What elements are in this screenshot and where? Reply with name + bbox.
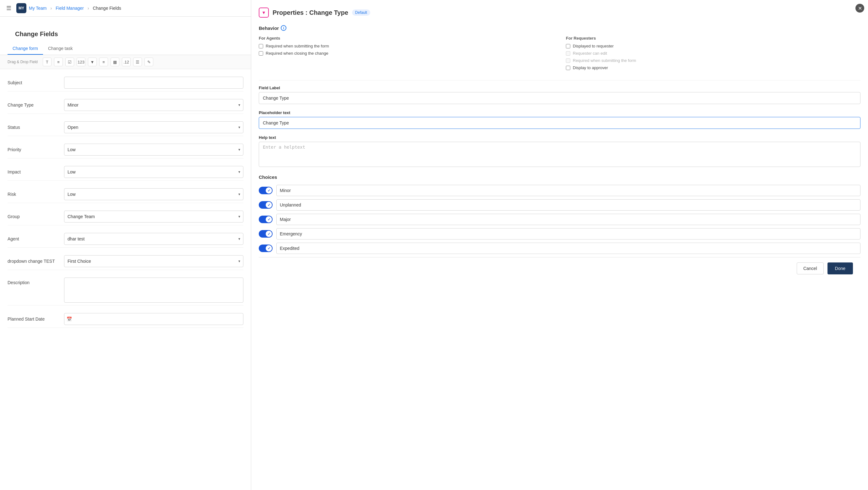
panel-field-icon: ▼ — [259, 7, 269, 18]
toolbar-grid-icon[interactable]: ▦ — [111, 58, 119, 66]
toggle-minor[interactable]: ✓ — [259, 187, 273, 194]
input-planned-start[interactable] — [64, 313, 243, 325]
placeholder-title: Placeholder text — [259, 110, 861, 115]
help-text-title: Help text — [259, 135, 861, 140]
choice-input-major[interactable] — [276, 214, 861, 225]
select-impact[interactable]: Low — [64, 166, 243, 178]
behavior-title: Behavior — [259, 25, 279, 31]
breadcrumb-team[interactable]: My Team — [29, 6, 47, 11]
form-row-planned-start: Planned Start Date 📅 — [7, 311, 243, 328]
toggle-unplanned[interactable]: ✓ — [259, 201, 273, 209]
toggle-knob-emergency: ✓ — [266, 231, 272, 237]
label-displayed: Displayed to requester — [573, 44, 614, 49]
close-button[interactable]: ✕ — [856, 4, 864, 12]
toolbar-align-icon[interactable]: ≡ — [54, 58, 63, 66]
placeholder-section: Placeholder text — [259, 110, 861, 129]
select-dropdown-test[interactable]: First Choice — [64, 255, 243, 267]
select-group[interactable]: Change Team — [64, 210, 243, 223]
label-planned-start: Planned Start Date — [7, 317, 64, 321]
select-priority[interactable]: Low — [64, 144, 243, 155]
help-text-section: Help text — [259, 135, 861, 168]
label-display-approver: Display to approver — [573, 65, 608, 70]
toggle-major[interactable]: ✓ — [259, 215, 273, 223]
toolbar-lines-icon[interactable]: ☰ — [133, 58, 142, 66]
checkbox-required-submit: Required when submitting the form — [259, 44, 553, 49]
checkbox-displayed-requester: Displayed to requester — [566, 44, 861, 49]
checkbox-display-approver-input[interactable] — [566, 66, 570, 70]
form-row-description: Description — [7, 275, 243, 306]
toolbar-edit-icon[interactable]: ✎ — [145, 58, 153, 66]
choices-title: Choices — [259, 174, 861, 180]
toggle-knob-minor: ✓ — [266, 187, 272, 194]
choice-row-emergency: ✓ — [259, 228, 861, 239]
choice-input-minor[interactable] — [276, 185, 861, 196]
label-required-close: Required when closing the change — [266, 51, 328, 56]
label-priority: Priority — [7, 147, 64, 152]
page-title: Change Fields — [7, 23, 243, 38]
toolbar-list-icon[interactable]: ≡ — [99, 58, 108, 66]
toolbar-text-icon[interactable]: T — [43, 58, 52, 66]
toggle-expedited[interactable]: ✓ — [259, 244, 273, 252]
checkbox-required-close: Required when closing the change — [259, 51, 553, 56]
done-button[interactable]: Done — [828, 262, 853, 275]
tab-change-form[interactable]: Change form — [7, 43, 43, 55]
label-agent: Agent — [7, 236, 64, 241]
toolbar-number-icon[interactable]: 123 — [76, 58, 85, 66]
form-row-group: Group Change Team ▾ — [7, 208, 243, 225]
team-avatar: MY — [16, 3, 26, 13]
form-row-status: Status Open ▾ — [7, 119, 243, 136]
select-status[interactable]: Open — [64, 121, 243, 133]
toolbar-check-icon[interactable]: ☑ — [65, 58, 74, 66]
choice-input-expedited[interactable] — [276, 243, 861, 254]
tab-change-task[interactable]: Change task — [43, 43, 78, 55]
label-required-submit-req: Required when submitting the form — [573, 58, 636, 63]
label-risk: Risk — [7, 192, 64, 197]
label-subject: Subject — [7, 80, 64, 85]
form-row-priority: Priority Low ▾ — [7, 141, 243, 158]
label-status: Status — [7, 125, 64, 130]
for-agents-title: For Agents — [259, 36, 553, 40]
field-label-section: Field Label — [259, 86, 861, 104]
toggle-emergency[interactable]: ✓ — [259, 230, 273, 238]
breadcrumb-sep2: › — [88, 6, 89, 11]
checkbox-displayed-input[interactable] — [566, 44, 570, 49]
behavior-info-icon[interactable]: i — [281, 25, 286, 31]
label-change-type: Change Type — [7, 103, 64, 108]
breadcrumb-current: Change Fields — [93, 6, 121, 11]
form-row-agent: Agent dhar test ▾ — [7, 230, 243, 248]
form-row-impact: Impact Low ▾ — [7, 164, 243, 181]
hamburger-icon[interactable]: ☰ — [6, 5, 11, 11]
calendar-icon: 📅 — [67, 317, 72, 321]
choice-input-unplanned[interactable] — [276, 199, 861, 210]
choice-row-minor: ✓ — [259, 185, 861, 196]
checkbox-required-submit-req: Required when submitting the form — [566, 58, 861, 63]
label-requester-edit: Requester can edit — [573, 51, 607, 56]
select-change-type[interactable]: Minor Unplanned Major Emergency Expedite… — [64, 99, 243, 111]
form-row-subject: Subject — [7, 74, 243, 91]
toggle-knob-expedited: ✓ — [266, 245, 272, 252]
checkbox-requester-edit-input[interactable] — [566, 51, 570, 56]
select-risk[interactable]: Low — [64, 188, 243, 200]
field-label-input[interactable] — [259, 92, 861, 104]
choice-row-expedited: ✓ — [259, 243, 861, 254]
choice-row-unplanned: ✓ — [259, 199, 861, 210]
checkbox-requester-edit: Requester can edit — [566, 51, 861, 56]
checkbox-display-approver: Display to approver — [566, 65, 861, 70]
checkbox-required-submit-req-input[interactable] — [566, 58, 570, 63]
label-required-submit: Required when submitting the form — [266, 44, 329, 49]
help-text-input[interactable] — [259, 142, 861, 167]
checkbox-required-close-input[interactable] — [259, 51, 263, 56]
select-agent[interactable]: dhar test — [64, 233, 243, 245]
choice-input-emergency[interactable] — [276, 228, 861, 239]
cancel-button[interactable]: Cancel — [797, 262, 824, 275]
checkbox-required-submit-input[interactable] — [259, 44, 263, 49]
toolbar-decimal-icon[interactable]: .12 — [122, 58, 131, 66]
form-row-change-type: Change Type Minor Unplanned Major Emerge… — [7, 96, 243, 114]
input-subject[interactable] — [64, 77, 243, 89]
placeholder-input[interactable] — [259, 117, 861, 129]
toolbar-dropdown-icon[interactable]: ▼ — [88, 58, 97, 66]
breadcrumb-sep1: › — [51, 6, 52, 11]
toggle-knob-major: ✓ — [266, 216, 272, 223]
breadcrumb-field-manager[interactable]: Field Manager — [56, 6, 84, 11]
textarea-description[interactable] — [64, 278, 243, 303]
